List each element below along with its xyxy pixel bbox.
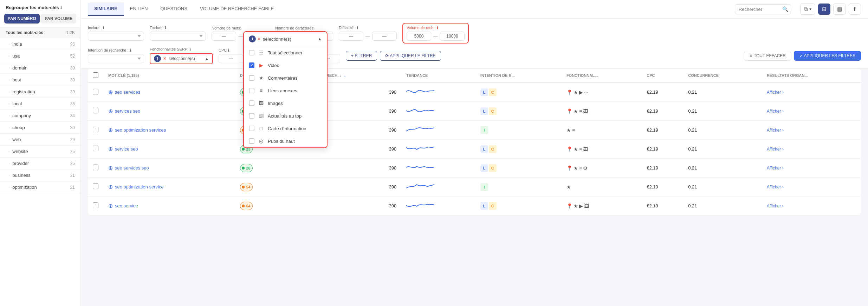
dropdown-item-commentaires[interactable]: ★ Commentaires: [244, 72, 327, 84]
keyword-link[interactable]: ⊕ seo services: [108, 89, 230, 95]
tab-par-volume[interactable]: PAR VOLUME: [41, 14, 77, 24]
sidebar-item-india[interactable]: › india 96: [0, 38, 80, 50]
appliquer-le-filtre-button[interactable]: ⟳ APPLIQUER LE FILTRE: [380, 51, 441, 61]
sidebar-item-web[interactable]: › web 29: [0, 134, 80, 146]
grid-button[interactable]: ▦: [833, 4, 846, 15]
tab-par-numero[interactable]: PAR NUMÉRO: [4, 14, 40, 24]
sidebar-item-local[interactable]: › local 35: [0, 98, 80, 110]
difficulte-range: —: [339, 32, 397, 41]
afficher-link[interactable]: Afficher ›: [767, 109, 784, 114]
tab-en-lien[interactable]: EN LIEN: [124, 2, 154, 16]
row-checkbox[interactable]: [93, 108, 98, 113]
nombre-mots-min[interactable]: [212, 32, 236, 41]
sidebar-item-company[interactable]: › company 34: [0, 110, 80, 122]
keyword-link[interactable]: ⊕ services seo: [108, 108, 230, 114]
trend-sparkline: [406, 143, 434, 154]
dropdown-chevron-up-icon[interactable]: ▲: [318, 36, 322, 41]
filter-difficulte: Difficulté : ℹ —: [339, 26, 397, 41]
dropdown-check-tout: [249, 50, 254, 55]
features-cell: ★: [562, 178, 642, 197]
sidebar-item-count: 29: [70, 137, 75, 142]
intent-badge-I: I: [480, 183, 488, 191]
serp-dropdown-trigger[interactable]: 1 ✕ sélectionné(s) ▲: [150, 53, 213, 64]
dropdown-item-liens-annexes[interactable]: ≡ Liens annexes: [244, 84, 327, 97]
dropdown-item-carte[interactable]: □ Carte d'information: [244, 122, 327, 135]
filter-button[interactable]: + FILTRER: [346, 51, 377, 61]
sidebar-item-domain[interactable]: › domain 39: [0, 62, 80, 74]
sidebar-item-usa[interactable]: › usa 52: [0, 50, 80, 62]
sidebar-item-count: 39: [70, 89, 75, 94]
exclure-select[interactable]: [150, 32, 206, 41]
dropdown-item-video[interactable]: ✓ ▶ Vidéo: [244, 59, 327, 72]
row-checkbox[interactable]: [93, 184, 98, 189]
dropdown-check-actualites: [249, 113, 254, 119]
keyword-link[interactable]: ⊕ service seo: [108, 146, 230, 152]
dropdown-header: 1 ✕ sélectionné(s) ▲: [244, 32, 327, 46]
dropdown-check-carte: [249, 126, 254, 131]
dropdown-label-images: Images: [268, 101, 283, 106]
afficher-link[interactable]: Afficher ›: [767, 166, 784, 171]
tab-similaire[interactable]: SIMILAIRE: [88, 2, 124, 16]
serp-x-icon[interactable]: ✕: [163, 56, 167, 61]
sidebar-item-registration[interactable]: › registration 39: [0, 86, 80, 98]
row-checkbox[interactable]: [93, 89, 98, 94]
keyword-link[interactable]: ⊕ seo optimization service: [108, 184, 230, 190]
serp-chevron-up-icon[interactable]: ▲: [205, 56, 209, 61]
select-all-checkbox[interactable]: [93, 72, 98, 78]
afficher-link[interactable]: Afficher ›: [767, 147, 784, 152]
dropdown-x[interactable]: ✕: [257, 36, 261, 41]
appliquer-filtres-button[interactable]: ✓ APPLIQUER LES FILTRES: [794, 51, 861, 61]
sidebar-item-best[interactable]: › best 39: [0, 74, 80, 86]
difficulty-cell: 54: [235, 178, 298, 197]
afficher-link[interactable]: Afficher ›: [767, 204, 784, 208]
cpc-min[interactable]: [219, 54, 243, 63]
col-intention: INTENTION DE R...: [475, 69, 562, 82]
row-checkbox[interactable]: [93, 165, 98, 170]
difficulte-max[interactable]: [372, 32, 397, 41]
intent-badge-L: L: [480, 164, 488, 172]
trend-cell: [401, 178, 475, 197]
feature-icon: 📍: [566, 89, 572, 95]
keyword-link[interactable]: ⊕ seo optimization services: [108, 127, 230, 133]
row-checkbox[interactable]: [93, 127, 98, 132]
row-checkbox[interactable]: [93, 202, 98, 208]
dropdown-item-actualites[interactable]: 📰 Actualités au top: [244, 109, 327, 122]
chevron-right-icon: ›: [8, 161, 9, 165]
volume-rech-min[interactable]: [407, 32, 431, 41]
concurrence-cell: 0.21: [683, 140, 762, 159]
dropdown-item-images[interactable]: 🖼 Images: [244, 97, 327, 109]
tab-questions[interactable]: QUESTIONS: [154, 2, 194, 16]
sidebar-item-optimization[interactable]: › optimization 21: [0, 181, 80, 193]
chevron-right-icon: ›: [8, 54, 9, 58]
afficher-link[interactable]: Afficher ›: [767, 90, 784, 95]
dropdown-label-carte: Carte d'information: [268, 126, 306, 131]
results-cell: Afficher ›: [762, 178, 861, 197]
sidebar-item-business[interactable]: › business 21: [0, 169, 80, 181]
row-checkbox[interactable]: [93, 146, 98, 151]
chevron-right-icon: ›: [8, 78, 9, 82]
keyword-link[interactable]: ⊕ seo service: [108, 202, 230, 209]
filter-icon-button[interactable]: ⊟: [818, 4, 830, 15]
copy-button[interactable]: ⧉ ▾: [800, 4, 815, 15]
sidebar-item-cheap[interactable]: › cheap 30: [0, 122, 80, 134]
keyword-link[interactable]: ⊕ seo services seo: [108, 165, 230, 171]
search-icon[interactable]: 🔍: [782, 6, 788, 12]
afficher-link[interactable]: Afficher ›: [767, 185, 784, 189]
afficher-link[interactable]: Afficher ›: [767, 128, 784, 133]
tout-effacer-button[interactable]: ✕ TOUT EFFACER: [744, 51, 791, 61]
all-keywords-row[interactable]: Tous les mots-clés 1.2K: [0, 27, 80, 38]
export-button[interactable]: ⬆: [849, 4, 861, 15]
feature-icon: ★: [574, 165, 578, 171]
dropdown-item-pubs[interactable]: ◎ Pubs du haut: [244, 135, 327, 147]
intention-select[interactable]: [88, 54, 144, 63]
inclure-select[interactable]: [88, 32, 144, 41]
dropdown-item-tout[interactable]: ☰ Tout sélectionner: [244, 46, 327, 59]
sidebar-item-provider[interactable]: › provider 25: [0, 158, 80, 169]
difficulte-min[interactable]: [339, 32, 363, 41]
volume-rech-max[interactable]: [440, 32, 465, 41]
sidebar-item-count: 25: [70, 161, 75, 166]
sidebar-item-website[interactable]: › website 25: [0, 146, 80, 158]
tab-volume-faible[interactable]: VOLUME DE RECHERCHE FAIBLE: [194, 2, 280, 16]
actualites-icon: 📰: [258, 113, 264, 119]
dropdown-label-pubs: Pubs du haut: [268, 139, 295, 144]
